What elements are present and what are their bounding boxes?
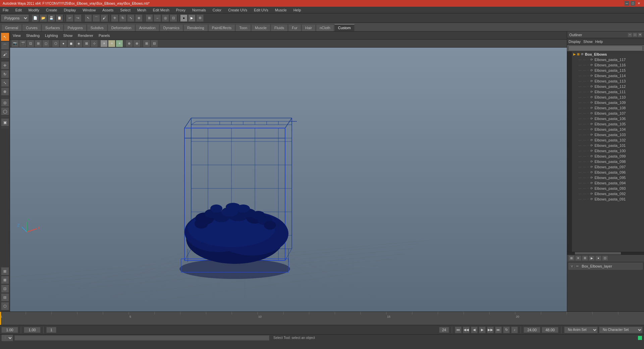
- close-button[interactable]: ✕: [637, 1, 641, 6]
- smooth-shade-all-button[interactable]: ●: [60, 40, 67, 47]
- minimize-button[interactable]: ─: [625, 1, 629, 6]
- undo-button[interactable]: ↩: [66, 14, 73, 22]
- menu-proxy[interactable]: Proxy: [175, 7, 187, 13]
- mel-python-select[interactable]: MEL Python: [1, 335, 13, 341]
- paint-button[interactable]: 🖌: [101, 14, 108, 22]
- go-to-end-button[interactable]: ⏭: [495, 327, 502, 333]
- field-chart-button[interactable]: ⊞: [35, 40, 42, 47]
- bounding-box-button[interactable]: ⊠: [83, 40, 90, 47]
- loop-button[interactable]: ↻: [503, 327, 510, 333]
- menu-create[interactable]: Create: [45, 7, 58, 13]
- menu-modify[interactable]: Modify: [27, 7, 41, 13]
- outliner-item-22[interactable]: — — ○ ⟳ Elbows_pasta_095: [572, 175, 644, 180]
- menu-display[interactable]: Display: [62, 7, 77, 13]
- outliner-close-button[interactable]: ✕: [638, 33, 642, 37]
- outliner-item-12[interactable]: — — ○ ⟳ Elbows_pasta_105: [572, 121, 644, 127]
- menu-edit-uvs[interactable]: Edit UVs: [253, 7, 270, 13]
- redo-button[interactable]: ↪: [74, 14, 82, 22]
- save-as-button[interactable]: 📋: [56, 14, 63, 22]
- tab-painteffects[interactable]: PaintEffects: [208, 24, 235, 31]
- menu-assets[interactable]: Assets: [101, 7, 115, 13]
- menu-normals[interactable]: Normals: [191, 7, 207, 13]
- outliner-item-16[interactable]: — — ○ ⟳ Elbows_pasta_101: [572, 143, 644, 148]
- outliner-item-8[interactable]: — — ○ ⟳ Elbows_pasta_109: [572, 100, 644, 105]
- select-tool-button[interactable]: ↖: [1, 33, 9, 41]
- menu-edit-mesh[interactable]: Edit Mesh: [152, 7, 171, 13]
- select-button[interactable]: ↖: [85, 14, 92, 22]
- outliner-list[interactable]: ▶ ⊞ ⟳ Box_Elbows — — ○ ⟳ Elbows_pasta_11…: [572, 52, 644, 252]
- outliner-item-2[interactable]: — — ○ ⟳ Elbows_pasta_115: [572, 68, 644, 73]
- outliner-item-25[interactable]: — — ○ ⟳ Elbows_pasta_092: [572, 191, 644, 196]
- input-ops-button[interactable]: ⬡: [1, 302, 9, 310]
- shadows-button[interactable]: ☀: [108, 40, 115, 47]
- show-manip-button[interactable]: ▣: [1, 118, 9, 126]
- bookmark-button[interactable]: ⊟: [151, 40, 158, 47]
- tab-polygons[interactable]: Polygons: [64, 24, 86, 31]
- time-start-input[interactable]: [524, 327, 540, 333]
- outliner-item-10[interactable]: — — ○ ⟳ Elbows_pasta_107: [572, 111, 644, 116]
- step-back-button[interactable]: ◀◀: [463, 327, 470, 333]
- move-button[interactable]: ✛: [111, 14, 118, 22]
- frame-min-input[interactable]: [24, 327, 41, 333]
- tab-fur[interactable]: Fur: [288, 24, 301, 31]
- attribute-editor-button[interactable]: ⊡: [1, 285, 9, 293]
- outliner-item-26[interactable]: — — ○ ⟳ Elbows_pasta_091: [572, 196, 644, 202]
- tab-hair[interactable]: Hair: [302, 24, 316, 31]
- layer-visibility-icon[interactable]: V: [571, 265, 573, 268]
- outliner-horizontal-scrollbar[interactable]: [567, 252, 644, 254]
- time-end-input[interactable]: [542, 327, 558, 333]
- tab-curves[interactable]: Curves: [22, 24, 41, 31]
- outliner-item-19[interactable]: — — ○ ⟳ Elbows_pasta_098: [572, 159, 644, 164]
- outliner-item-7[interactable]: — — ○ ⟳ Elbows_pasta_110: [572, 95, 644, 100]
- tab-custom[interactable]: Custom: [334, 24, 355, 31]
- menu-file[interactable]: File: [1, 7, 10, 13]
- outliner-item-24[interactable]: — — ○ ⟳ Elbows_pasta_093: [572, 186, 644, 191]
- menu-color[interactable]: Color: [211, 7, 223, 13]
- outliner-item-21[interactable]: — — ○ ⟳ Elbows_pasta_096: [572, 170, 644, 175]
- outliner-item-6[interactable]: — — ○ ⟳ Elbows_pasta_111: [572, 89, 644, 95]
- camera-button[interactable]: 📷: [11, 40, 19, 47]
- outliner-item-23[interactable]: — — ○ ⟳ Elbows_pasta_094: [572, 180, 644, 186]
- menu-edit[interactable]: Edit: [14, 7, 23, 13]
- play-forward-button[interactable]: ▶: [479, 327, 486, 333]
- outliner-item-1[interactable]: — — ○ ⟳ Elbows_pasta_116: [572, 62, 644, 68]
- frame-step-input[interactable]: [46, 327, 56, 333]
- safe-action-button[interactable]: ◻: [42, 40, 50, 47]
- tab-general[interactable]: General: [1, 24, 22, 31]
- rotate-tool-button[interactable]: ↻: [1, 70, 9, 78]
- scale-button[interactable]: ⤡: [127, 14, 135, 22]
- resolution-gate-button[interactable]: ⊡: [27, 40, 34, 47]
- mel-command-input[interactable]: [14, 335, 269, 341]
- outliner-help-menu[interactable]: Help: [595, 40, 603, 44]
- outliner-minimize-button[interactable]: ─: [628, 33, 632, 37]
- texture-button[interactable]: ☀: [116, 40, 123, 47]
- tab-toon[interactable]: Toon: [235, 24, 251, 31]
- lasso-tool-button[interactable]: ⌒: [1, 42, 9, 50]
- view-menu[interactable]: View: [11, 33, 22, 38]
- outliner-show-menu[interactable]: Show: [583, 40, 593, 44]
- open-scene-button[interactable]: 📂: [40, 14, 47, 22]
- save-scene-button[interactable]: 💾: [48, 14, 55, 22]
- outliner-item-14[interactable]: — — ○ ⟳ Elbows_pasta_103: [572, 132, 644, 137]
- tab-muscle[interactable]: Muscle: [251, 24, 270, 31]
- isolate-select-button[interactable]: ⊕: [125, 40, 133, 47]
- outliner-display-menu[interactable]: Display: [569, 40, 581, 44]
- anim-set-select[interactable]: No Anim Set: [564, 327, 598, 333]
- tab-animation[interactable]: Animation: [136, 24, 159, 31]
- menu-create-uvs[interactable]: Create UVs: [227, 7, 249, 13]
- outliner-item-3[interactable]: — — ○ ⟳ Elbows_pasta_114: [572, 73, 644, 78]
- soft-mod-button[interactable]: ◎: [1, 99, 9, 107]
- outliner-maximize-button[interactable]: □: [633, 33, 637, 37]
- tab-fluids[interactable]: Fluids: [271, 24, 288, 31]
- layout-button[interactable]: ⊞: [143, 40, 150, 47]
- film-gate-button[interactable]: 🎬: [19, 40, 26, 47]
- ipr-render-button[interactable]: ▶: [188, 14, 196, 22]
- go-to-start-button[interactable]: ⏮: [455, 327, 462, 333]
- manip-button[interactable]: ⊕: [135, 14, 143, 22]
- lighting-menu[interactable]: Lighting: [44, 33, 59, 38]
- menu-help[interactable]: Help: [292, 7, 303, 13]
- frame-start-input[interactable]: [1, 327, 18, 333]
- tab-surfaces[interactable]: Surfaces: [42, 24, 63, 31]
- scale-tool-button[interactable]: ⤡: [1, 79, 9, 87]
- outliner-new-layer-button[interactable]: ⊞: [569, 255, 575, 261]
